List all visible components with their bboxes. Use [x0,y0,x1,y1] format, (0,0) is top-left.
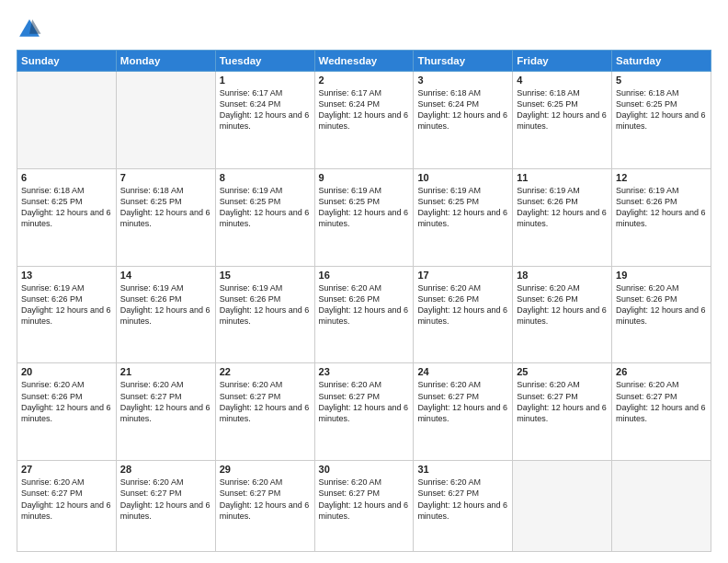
calendar-cell: 9Sunrise: 6:19 AM Sunset: 6:25 PM Daylig… [314,168,414,266]
day-number: 25 [517,366,608,377]
calendar-cell: 15Sunrise: 6:19 AM Sunset: 6:26 PM Dayli… [215,266,314,363]
calendar-week-row: 1Sunrise: 6:17 AM Sunset: 6:24 PM Daylig… [17,72,711,169]
day-number: 18 [517,270,608,281]
day-number: 13 [21,270,112,281]
day-number: 16 [319,270,410,281]
day-number: 2 [319,75,410,86]
day-info: Sunrise: 6:20 AM Sunset: 6:26 PM Dayligh… [616,282,707,327]
day-info: Sunrise: 6:20 AM Sunset: 6:27 PM Dayligh… [21,477,112,522]
day-info: Sunrise: 6:20 AM Sunset: 6:27 PM Dayligh… [417,379,508,424]
calendar-cell: 24Sunrise: 6:20 AM Sunset: 6:27 PM Dayli… [414,363,513,461]
calendar-cell: 14Sunrise: 6:19 AM Sunset: 6:26 PM Dayli… [116,266,215,363]
day-info: Sunrise: 6:18 AM Sunset: 6:25 PM Dayligh… [616,87,707,132]
calendar-header-monday: Monday [116,51,215,72]
calendar-cell: 11Sunrise: 6:19 AM Sunset: 6:26 PM Dayli… [513,168,612,266]
calendar-cell: 1Sunrise: 6:17 AM Sunset: 6:24 PM Daylig… [215,72,314,169]
day-number: 28 [120,464,211,475]
day-number: 26 [616,366,707,377]
day-number: 17 [417,270,508,281]
day-info: Sunrise: 6:20 AM Sunset: 6:27 PM Dayligh… [517,379,608,424]
day-number: 5 [616,75,707,86]
day-number: 21 [120,366,211,377]
calendar-cell: 23Sunrise: 6:20 AM Sunset: 6:27 PM Dayli… [314,363,414,461]
calendar-header-row: SundayMondayTuesdayWednesdayThursdayFrid… [17,51,711,72]
day-info: Sunrise: 6:19 AM Sunset: 6:26 PM Dayligh… [120,282,211,327]
day-info: Sunrise: 6:17 AM Sunset: 6:24 PM Dayligh… [319,87,410,132]
calendar-cell: 20Sunrise: 6:20 AM Sunset: 6:26 PM Dayli… [17,363,117,461]
day-number: 24 [417,366,508,377]
calendar-header-saturday: Saturday [612,51,711,72]
day-number: 31 [417,464,508,475]
day-info: Sunrise: 6:19 AM Sunset: 6:26 PM Dayligh… [220,282,311,327]
day-number: 1 [220,75,311,86]
calendar-cell: 26Sunrise: 6:20 AM Sunset: 6:27 PM Dayli… [612,363,711,461]
day-info: Sunrise: 6:20 AM Sunset: 6:27 PM Dayligh… [319,477,410,522]
day-info: Sunrise: 6:19 AM Sunset: 6:26 PM Dayligh… [21,282,112,327]
day-number: 11 [517,172,608,183]
calendar-cell: 27Sunrise: 6:20 AM Sunset: 6:27 PM Dayli… [17,461,117,552]
calendar-header-thursday: Thursday [414,51,513,72]
day-number: 29 [220,464,311,475]
calendar-cell: 17Sunrise: 6:20 AM Sunset: 6:26 PM Dayli… [414,266,513,363]
calendar-cell: 18Sunrise: 6:20 AM Sunset: 6:26 PM Dayli… [513,266,612,363]
day-info: Sunrise: 6:20 AM Sunset: 6:26 PM Dayligh… [319,282,410,327]
day-info: Sunrise: 6:20 AM Sunset: 6:26 PM Dayligh… [21,379,112,424]
calendar-week-row: 20Sunrise: 6:20 AM Sunset: 6:26 PM Dayli… [17,363,711,461]
day-info: Sunrise: 6:18 AM Sunset: 6:24 PM Dayligh… [417,87,508,132]
calendar-header-tuesday: Tuesday [215,51,314,72]
svg-marker-1 [29,19,40,34]
calendar-header-friday: Friday [513,51,612,72]
day-info: Sunrise: 6:20 AM Sunset: 6:27 PM Dayligh… [120,379,211,424]
day-info: Sunrise: 6:20 AM Sunset: 6:27 PM Dayligh… [120,477,211,522]
calendar-cell: 30Sunrise: 6:20 AM Sunset: 6:27 PM Dayli… [314,461,414,552]
calendar-cell: 8Sunrise: 6:19 AM Sunset: 6:25 PM Daylig… [215,168,314,266]
day-info: Sunrise: 6:17 AM Sunset: 6:24 PM Dayligh… [220,87,311,132]
day-info: Sunrise: 6:18 AM Sunset: 6:25 PM Dayligh… [120,185,211,230]
calendar-cell: 10Sunrise: 6:19 AM Sunset: 6:25 PM Dayli… [414,168,513,266]
calendar-cell: 4Sunrise: 6:18 AM Sunset: 6:25 PM Daylig… [513,72,612,169]
calendar-week-row: 13Sunrise: 6:19 AM Sunset: 6:26 PM Dayli… [17,266,711,363]
day-info: Sunrise: 6:19 AM Sunset: 6:25 PM Dayligh… [220,185,311,230]
calendar-cell: 25Sunrise: 6:20 AM Sunset: 6:27 PM Dayli… [513,363,612,461]
day-info: Sunrise: 6:20 AM Sunset: 6:27 PM Dayligh… [220,477,311,522]
calendar-cell: 2Sunrise: 6:17 AM Sunset: 6:24 PM Daylig… [314,72,414,169]
day-number: 20 [21,366,112,377]
day-number: 22 [220,366,311,377]
calendar-week-row: 27Sunrise: 6:20 AM Sunset: 6:27 PM Dayli… [17,461,711,552]
day-info: Sunrise: 6:20 AM Sunset: 6:27 PM Dayligh… [417,477,508,522]
calendar-cell [116,72,215,169]
day-info: Sunrise: 6:20 AM Sunset: 6:26 PM Dayligh… [517,282,608,327]
day-info: Sunrise: 6:20 AM Sunset: 6:27 PM Dayligh… [319,379,410,424]
calendar-cell: 12Sunrise: 6:19 AM Sunset: 6:26 PM Dayli… [612,168,711,266]
day-number: 14 [120,270,211,281]
day-number: 4 [517,75,608,86]
day-info: Sunrise: 6:19 AM Sunset: 6:25 PM Dayligh… [319,185,410,230]
calendar-cell [17,72,117,169]
day-number: 3 [417,75,508,86]
calendar-cell: 16Sunrise: 6:20 AM Sunset: 6:26 PM Dayli… [314,266,414,363]
day-number: 19 [616,270,707,281]
calendar-cell: 3Sunrise: 6:18 AM Sunset: 6:24 PM Daylig… [414,72,513,169]
logo-icon [17,17,42,42]
day-number: 7 [120,172,211,183]
day-number: 8 [220,172,311,183]
calendar-cell: 21Sunrise: 6:20 AM Sunset: 6:27 PM Dayli… [116,363,215,461]
calendar-header-wednesday: Wednesday [314,51,414,72]
calendar-cell: 13Sunrise: 6:19 AM Sunset: 6:26 PM Dayli… [17,266,117,363]
day-number: 10 [417,172,508,183]
day-number: 23 [319,366,410,377]
day-number: 12 [616,172,707,183]
calendar-cell [513,461,612,552]
day-info: Sunrise: 6:20 AM Sunset: 6:27 PM Dayligh… [220,379,311,424]
day-number: 27 [21,464,112,475]
day-number: 9 [319,172,410,183]
logo [17,17,46,42]
day-number: 30 [319,464,410,475]
calendar-header-sunday: Sunday [17,51,117,72]
calendar-week-row: 6Sunrise: 6:18 AM Sunset: 6:25 PM Daylig… [17,168,711,266]
day-info: Sunrise: 6:19 AM Sunset: 6:26 PM Dayligh… [517,185,608,230]
day-info: Sunrise: 6:20 AM Sunset: 6:27 PM Dayligh… [616,379,707,424]
calendar-cell [612,461,711,552]
calendar-cell: 29Sunrise: 6:20 AM Sunset: 6:27 PM Dayli… [215,461,314,552]
calendar-cell: 19Sunrise: 6:20 AM Sunset: 6:26 PM Dayli… [612,266,711,363]
